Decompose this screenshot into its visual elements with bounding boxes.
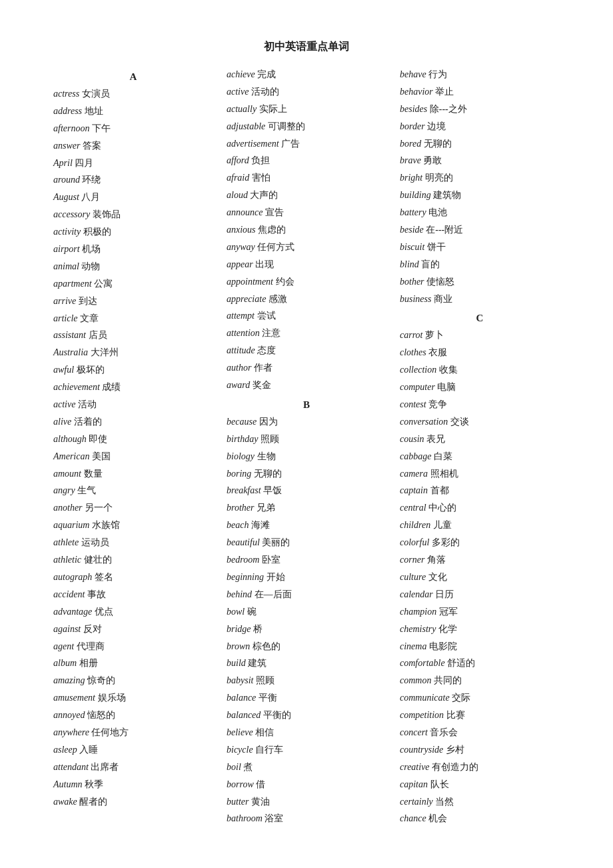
word-chinese: 交谈	[450, 417, 469, 427]
word-english: anyway	[227, 242, 255, 252]
word-chinese: 出现	[255, 259, 274, 269]
word-english: another	[53, 503, 83, 513]
word-chinese: 借	[256, 779, 265, 789]
word-english: against	[53, 624, 81, 634]
list-item: bright 明亮的	[400, 169, 560, 187]
word-english: bridge	[227, 624, 251, 634]
word-english: central	[400, 503, 426, 513]
word-english: boring	[227, 469, 251, 479]
word-chinese: 四月	[75, 158, 93, 168]
word-chinese: 桥	[253, 624, 263, 634]
word-english: biology	[227, 451, 255, 461]
word-chinese: 建筑	[248, 658, 267, 668]
list-item: American 美国	[53, 448, 213, 465]
list-item: attention 注意	[227, 325, 386, 342]
word-english: award	[227, 380, 250, 390]
list-item: actually 实际上	[227, 101, 386, 118]
list-item: boil 煮	[227, 759, 386, 776]
word-chinese: 答案	[83, 141, 101, 151]
word-english: bright	[400, 173, 422, 183]
word-english: culture	[400, 572, 426, 582]
word-chinese: 儿童	[433, 520, 452, 530]
list-item: battery 电池	[400, 204, 560, 221]
word-chinese: 煮	[243, 762, 253, 772]
word-english: biscuit	[400, 242, 424, 252]
word-english: bored	[400, 139, 421, 149]
list-item: April 四月	[53, 155, 213, 172]
list-item: appreciate 感激	[227, 291, 386, 308]
word-english: advertisement	[227, 139, 279, 149]
word-chinese: 大声的	[250, 190, 278, 200]
word-english: cabbage	[400, 451, 431, 461]
word-english: battery	[400, 207, 426, 217]
list-item: beautiful 美丽的	[227, 534, 386, 551]
word-english: attitude	[227, 345, 255, 355]
word-chinese: 无聊的	[424, 139, 452, 149]
word-english: border	[400, 121, 425, 131]
word-chinese: 惊奇的	[87, 675, 115, 685]
list-item: anxious 焦虑的	[227, 221, 386, 239]
word-english: aquarium	[53, 520, 89, 530]
word-chinese: 优点	[95, 607, 113, 617]
word-chinese: 乡村	[446, 745, 464, 755]
word-english: attempt	[227, 311, 255, 321]
word-english: awake	[53, 797, 77, 807]
list-item: border 边境	[400, 118, 560, 135]
word-chinese: 签名	[95, 572, 113, 582]
word-english: address	[53, 106, 82, 116]
word-chinese: 机场	[82, 244, 101, 254]
list-item: brave 勇敢	[400, 152, 560, 169]
list-item: conversation 交谈	[400, 413, 560, 431]
word-english: behave	[400, 69, 426, 79]
word-english: afternoon	[53, 123, 89, 133]
word-chinese: 反对	[83, 624, 102, 634]
word-english: album	[53, 658, 77, 668]
word-chinese: 日历	[435, 589, 454, 599]
list-item: attempt 尝试	[227, 307, 386, 325]
word-english: competition	[400, 710, 444, 720]
word-english: certainly	[400, 797, 433, 807]
word-english: capitan	[400, 779, 428, 789]
word-chinese: 冠军	[439, 607, 458, 617]
word-chinese: 相信	[255, 727, 274, 737]
word-chinese: 因为	[259, 417, 278, 427]
column-c: behave 行为behavior 举止besides 除---之外border…	[393, 66, 560, 827]
list-item: beach 海滩	[227, 517, 386, 534]
word-chinese: 海滩	[251, 520, 270, 530]
col1-entries: actress 女演员address 地址afternoon 下午answer …	[53, 85, 213, 810]
list-item: behind 在—后面	[227, 586, 386, 603]
word-english: achievement	[53, 382, 100, 392]
word-english: actress	[53, 89, 79, 99]
word-english: conversation	[400, 417, 448, 427]
word-english: balanced	[227, 710, 261, 720]
word-chinese: 电影院	[429, 641, 457, 651]
list-item: angry 生气	[53, 482, 213, 499]
word-english: Autumn	[53, 779, 83, 789]
word-chinese: 平衡	[259, 693, 277, 703]
word-chinese: 平衡的	[263, 710, 291, 720]
list-item: children 儿童	[400, 517, 560, 534]
list-item: around 环绕	[53, 171, 213, 189]
word-english: cinema	[400, 641, 426, 651]
word-english: butter	[227, 797, 249, 807]
list-item: believe 相信	[227, 724, 386, 741]
list-item: apartment 公寓	[53, 275, 213, 293]
word-english: active	[53, 399, 75, 409]
page-title: 初中英语重点单词	[53, 40, 560, 54]
list-item: cabbage 白菜	[400, 448, 560, 465]
word-english: appear	[227, 259, 253, 269]
word-english: attendant	[53, 762, 89, 772]
word-english: appointment	[227, 277, 273, 287]
word-chinese: 白菜	[434, 451, 452, 461]
col3-entries: carrot 萝卜clothes 衣服collection 收集computer…	[400, 327, 560, 827]
list-item: champion 冠军	[400, 603, 560, 621]
word-chinese: 活动的	[251, 87, 279, 97]
list-item: biology 生物	[227, 448, 386, 465]
word-chinese: 兄弟	[257, 503, 275, 513]
list-item: anywhere 任何地方	[53, 724, 213, 741]
word-english: activity	[53, 227, 81, 237]
list-item: attitude 态度	[227, 342, 386, 359]
word-chinese: 实际上	[259, 104, 287, 114]
word-english: collection	[400, 365, 436, 375]
word-chinese: 店员	[89, 330, 107, 340]
